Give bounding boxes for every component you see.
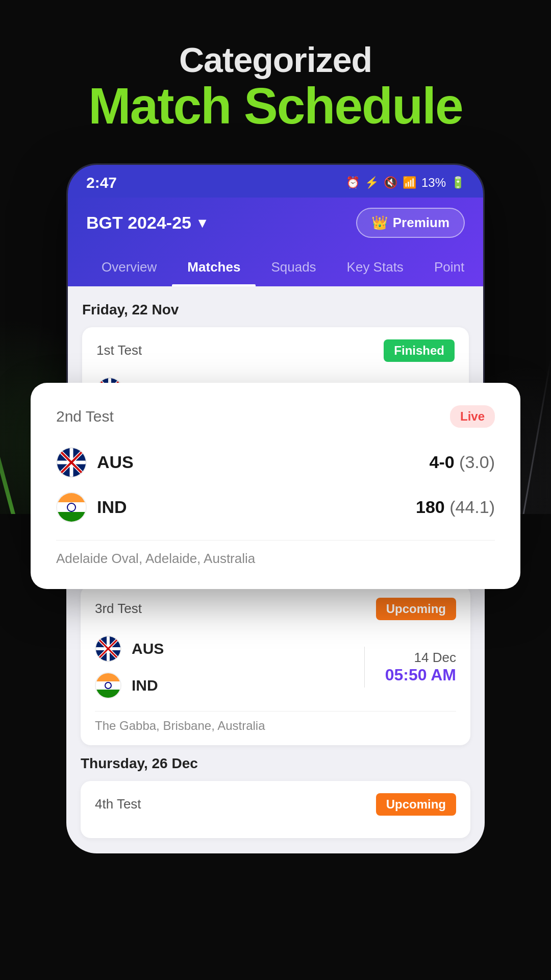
bluetooth-icon: ⚡ — [365, 176, 379, 189]
live-score-ind: 180 (44.1) — [416, 497, 495, 517]
series-title-row: BGT 2024-25 ▾ 👑 Premium — [86, 208, 465, 248]
match-type-4: 4th Test — [95, 796, 141, 812]
live-match-header: 2nd Test Live — [56, 405, 495, 428]
schedule-time-block: 14 Dec 05:50 AM — [375, 650, 456, 684]
schedule-time-value: 05:50 AM — [385, 666, 456, 684]
schedule-row-3: AUS IND — [95, 630, 456, 704]
schedule-ind-name: IND — [132, 677, 158, 694]
live-team-name-ind: IND — [97, 497, 127, 517]
live-team-left-ind: IND — [56, 492, 127, 523]
mute-icon: 🔇 — [384, 176, 397, 189]
match-venue-3: The Gabba, Brisbane, Australia — [95, 711, 456, 733]
match-card-1-header: 1st Test Finished — [96, 339, 455, 362]
live-team-row-ind: IND 180 (44.1) — [56, 485, 495, 530]
live-team-left-aus: AUS — [56, 447, 134, 478]
status-bar: 2:47 ⏰ ⚡ 🔇 📶 13% 🔋 — [68, 165, 483, 198]
match-card-3rd-test[interactable]: 3rd Test Upcoming — [81, 585, 470, 745]
status-icons: ⏰ ⚡ 🔇 📶 13% 🔋 — [346, 176, 465, 190]
dropdown-arrow-icon[interactable]: ▾ — [198, 214, 206, 231]
schedule-teams-3: AUS IND — [95, 630, 354, 704]
battery-icon: 🔋 — [451, 176, 465, 189]
live-score-aus: 4-0 (3.0) — [429, 452, 495, 472]
app-header: BGT 2024-25 ▾ 👑 Premium Overview Matches… — [68, 198, 483, 286]
crown-icon: 👑 — [371, 215, 388, 231]
alarm-icon: ⏰ — [346, 176, 360, 189]
schedule-date: 14 Dec — [385, 650, 456, 666]
live-badge: Live — [450, 405, 495, 428]
badge-upcoming-3: Upcoming — [376, 598, 456, 620]
live-team-row-aus: AUS 4-0 (3.0) — [56, 440, 495, 485]
match-card-4th-test[interactable]: 4th Test Upcoming — [81, 781, 470, 838]
premium-button[interactable]: 👑 Premium — [356, 208, 465, 238]
match-card-3-header: 3rd Test Upcoming — [95, 598, 456, 620]
badge-upcoming-4: Upcoming — [376, 793, 456, 816]
floating-card-container: 2nd Test Live — [31, 383, 520, 589]
tab-keystats[interactable]: Key Stats — [332, 248, 419, 286]
live-match-type: 2nd Test — [56, 408, 114, 425]
status-time: 2:47 — [86, 174, 117, 191]
match-card-4-header: 4th Test Upcoming — [95, 793, 456, 816]
premium-label: Premium — [393, 215, 449, 231]
schedule-aus-row: AUS — [95, 630, 354, 667]
date-header-thursday: Thursday, 26 Dec — [81, 755, 470, 772]
nav-tabs: Overview Matches Squads Key Stats Points… — [86, 248, 465, 286]
series-title-text: BGT 2024-25 — [86, 213, 191, 233]
live-match-venue: Adelaide Oval, Adelaide, Australia — [56, 540, 495, 567]
hero-subtitle: Categorized — [0, 41, 551, 79]
live-team-name-aus: AUS — [97, 452, 134, 472]
schedule-ind-flag — [95, 672, 121, 699]
tab-pointst[interactable]: Points T — [419, 248, 465, 286]
live-ind-flag — [56, 492, 87, 523]
schedule-aus-flag — [95, 635, 121, 662]
battery-level: 13% — [421, 176, 446, 190]
signal-icon: 📶 — [403, 176, 416, 189]
schedule-ind-left: IND — [95, 672, 158, 699]
hero-section: Categorized Match Schedule — [0, 0, 551, 163]
tab-squads[interactable]: Squads — [256, 248, 331, 286]
schedule-divider — [364, 647, 365, 688]
schedule-aus-left: AUS — [95, 635, 164, 662]
series-title-group[interactable]: BGT 2024-25 ▾ — [86, 213, 206, 233]
badge-finished: Finished — [384, 339, 455, 362]
hero-title: Match Schedule — [0, 79, 551, 133]
date-header-friday: Friday, 22 Nov — [82, 302, 469, 318]
phone-mockup: 2:47 ⏰ ⚡ 🔇 📶 13% 🔋 BGT 2024-25 ▾ 👑 Premi… — [66, 163, 485, 514]
content-area-2: Saturday, 14 Dec 3rd Test Upcoming — [66, 545, 485, 853]
schedule-ind-row: IND — [95, 667, 354, 704]
schedule-aus-name: AUS — [132, 640, 164, 657]
match-type-1: 1st Test — [96, 342, 142, 358]
tab-overview[interactable]: Overview — [86, 248, 172, 286]
live-match-card[interactable]: 2nd Test Live — [31, 383, 520, 589]
live-aus-flag — [56, 447, 87, 478]
tab-matches[interactable]: Matches — [172, 248, 256, 286]
match-type-3: 3rd Test — [95, 601, 142, 617]
